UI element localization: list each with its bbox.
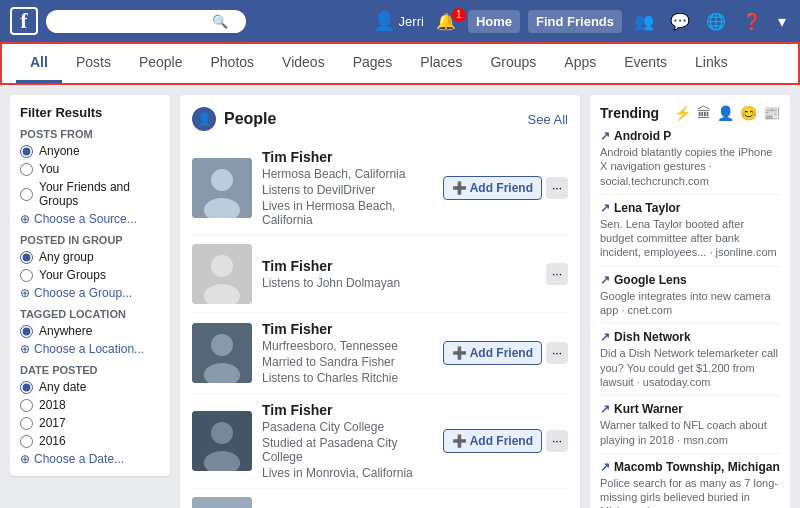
trending-icon-1[interactable]: ⚡ [674, 105, 691, 121]
friends-icon[interactable]: 👥 [630, 8, 658, 35]
more-options-button-2[interactable]: ··· [546, 263, 568, 285]
facebook-logo: f [10, 7, 38, 35]
search-input[interactable]: tim fisher [56, 14, 206, 29]
people-section-title: 👤 People [192, 107, 276, 131]
tab-all[interactable]: All [16, 44, 62, 83]
tab-photos[interactable]: Photos [197, 44, 269, 83]
nav-user[interactable]: 👤 Jerri [373, 10, 424, 32]
person-actions-4: ➕ Add Friend ··· [443, 429, 568, 453]
center-content: 👤 People See All Tim Fisher Hermosa Beac… [180, 95, 580, 508]
person-info-3: Tim Fisher Murfreesboro, Tennessee Marri… [262, 321, 433, 385]
globe-icon[interactable]: 🌐 [702, 8, 730, 35]
help-icon[interactable]: ❓ [738, 8, 766, 35]
person-avatar-2 [192, 244, 252, 304]
find-friends-button[interactable]: Find Friends [528, 10, 622, 33]
trending-item-2: ↗ Lena Taylor Sen. Lena Taylor booted af… [600, 201, 780, 267]
choose-source-link[interactable]: ⊕ Choose a Source... [20, 212, 160, 226]
add-friend-button-3[interactable]: ➕ Add Friend [443, 341, 542, 365]
trending-icon-4[interactable]: 😊 [740, 105, 757, 121]
group-yours[interactable]: Your Groups [20, 268, 160, 282]
people-see-all[interactable]: See All [528, 112, 568, 127]
tab-people[interactable]: People [125, 44, 197, 83]
person-avatar-3 [192, 323, 252, 383]
notif-count: 1 [452, 8, 466, 22]
tab-links[interactable]: Links [681, 44, 742, 83]
tab-places[interactable]: Places [406, 44, 476, 83]
person-name-2[interactable]: Tim Fisher [262, 258, 536, 274]
date-2017[interactable]: 2017 [20, 416, 160, 430]
group-any[interactable]: Any group [20, 250, 160, 264]
posts-from-label: POSTS FROM [20, 128, 160, 140]
top-navigation: f tim fisher 🔍 👤 Jerri 🔔 1 Home Find Fri… [0, 0, 800, 42]
posts-from-you[interactable]: You [20, 162, 160, 176]
person-name-1[interactable]: Tim Fisher [262, 149, 433, 165]
person-detail-4b: Studied at Pasadena City College [262, 436, 433, 464]
tab-groups[interactable]: Groups [476, 44, 550, 83]
svg-point-4 [211, 255, 233, 277]
person-detail-4c: Lives in Monrovia, California [262, 466, 433, 480]
person-actions-3: ➕ Add Friend ··· [443, 341, 568, 365]
date-any[interactable]: Any date [20, 380, 160, 394]
person-detail-3b: Married to Sandra Fisher [262, 355, 433, 369]
trending-item-3: ↗ Google Lens Google integrates into new… [600, 273, 780, 325]
person-actions-2: ··· [546, 263, 568, 285]
location-anywhere[interactable]: Anywhere [20, 324, 160, 338]
trending-name-4[interactable]: ↗ Dish Network [600, 330, 780, 344]
svg-rect-12 [192, 497, 252, 508]
more-options-button-3[interactable]: ··· [546, 342, 568, 364]
add-friend-button-4[interactable]: ➕ Add Friend [443, 429, 542, 453]
notification-badge[interactable]: 🔔 1 [432, 12, 460, 31]
person-card-1: Tim Fisher Hermosa Beach, California Lis… [192, 141, 568, 236]
person-detail-1a: Hermosa Beach, California [262, 167, 433, 181]
trending-name-3[interactable]: ↗ Google Lens [600, 273, 780, 287]
choose-location-link[interactable]: ⊕ Choose a Location... [20, 342, 160, 356]
more-options-button-1[interactable]: ··· [546, 177, 568, 199]
person-detail-2a: Listens to John Dolmayan [262, 276, 536, 290]
trending-item-1: ↗ Android P Android blatantly copies the… [600, 129, 780, 195]
person-name-4[interactable]: Tim Fisher [262, 402, 433, 418]
trending-item-6: ↗ Macomb Township, Michigan Police searc… [600, 460, 780, 508]
trending-name-2[interactable]: ↗ Lena Taylor [600, 201, 780, 215]
trending-name-6[interactable]: ↗ Macomb Township, Michigan [600, 460, 780, 474]
tab-videos[interactable]: Videos [268, 44, 339, 83]
trending-icon-2[interactable]: 🏛 [697, 105, 711, 121]
trending-name-1[interactable]: ↗ Android P [600, 129, 780, 143]
trending-icon-3[interactable]: 👤 [717, 105, 734, 121]
trending-icon-5[interactable]: 📰 [763, 105, 780, 121]
tab-posts[interactable]: Posts [62, 44, 125, 83]
trending-icons: ⚡ 🏛 👤 😊 📰 [674, 105, 780, 121]
posted-in-group-label: POSTED IN GROUP [20, 234, 160, 246]
trending-header: Trending ⚡ 🏛 👤 😊 📰 [600, 105, 780, 121]
search-submit-icon[interactable]: 🔍 [212, 14, 228, 29]
person-info-4: Tim Fisher Pasadena City College Studied… [262, 402, 433, 480]
date-2018[interactable]: 2018 [20, 398, 160, 412]
choose-group-link[interactable]: ⊕ Choose a Group... [20, 286, 160, 300]
chevron-down-icon[interactable]: ▾ [774, 8, 790, 35]
choose-date-link[interactable]: ⊕ Choose a Date... [20, 452, 160, 466]
person-name-3[interactable]: Tim Fisher [262, 321, 433, 337]
person-info-1: Tim Fisher Hermosa Beach, California Lis… [262, 149, 433, 227]
date-posted-label: DATE POSTED [20, 364, 160, 376]
messages-icon[interactable]: 💬 [666, 8, 694, 35]
person-avatar-5 [192, 497, 252, 508]
posts-from-anyone[interactable]: Anyone [20, 144, 160, 158]
tab-events[interactable]: Events [610, 44, 681, 83]
more-options-button-4[interactable]: ··· [546, 430, 568, 452]
filter-results-title: Filter Results [20, 105, 160, 120]
home-button[interactable]: Home [468, 10, 520, 33]
trending-name-5[interactable]: ↗ Kurt Warner [600, 402, 780, 416]
people-icon: 👤 [192, 107, 216, 131]
filter-tabs-bar: All Posts People Photos Videos Pages Pla… [0, 42, 800, 85]
tab-pages[interactable]: Pages [339, 44, 407, 83]
date-2016[interactable]: 2016 [20, 434, 160, 448]
trending-desc-6: Police search for as many as 7 long-miss… [600, 476, 780, 508]
trending-desc-3: Google integrates into new camera app · … [600, 289, 780, 318]
posts-from-friends[interactable]: Your Friends and Groups [20, 180, 160, 208]
people-section-header: 👤 People See All [192, 107, 568, 131]
tab-apps[interactable]: Apps [550, 44, 610, 83]
person-actions-1: ➕ Add Friend ··· [443, 176, 568, 200]
left-sidebar: Filter Results POSTS FROM Anyone You You… [10, 95, 170, 508]
trending-desc-5: Warner talked to NFL coach about playing… [600, 418, 780, 447]
svg-point-10 [211, 422, 233, 444]
add-friend-button-1[interactable]: ➕ Add Friend [443, 176, 542, 200]
